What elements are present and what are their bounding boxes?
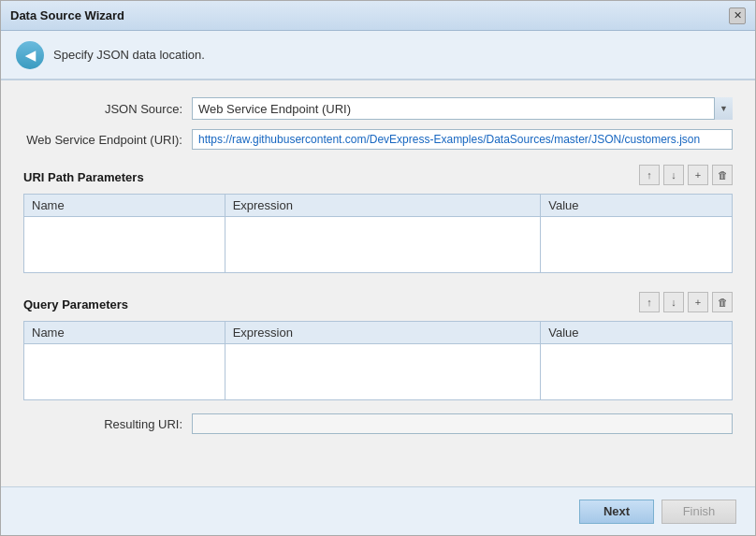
query-params-table: Name Expression Value — [23, 321, 733, 400]
uri-params-table: Name Expression Value — [23, 194, 733, 273]
json-source-select-wrapper[interactable]: Web Service Endpoint (URI) File Custom ▼ — [192, 97, 733, 120]
back-icon: ◀ — [25, 48, 36, 63]
json-source-select[interactable]: Web Service Endpoint (URI) File Custom — [192, 97, 733, 120]
query-params-up-button[interactable]: ↑ — [639, 292, 660, 312]
uri-params-buttons: ↑ ↓ + 🗑 — [639, 165, 733, 185]
uri-col-expression: Expression — [225, 195, 541, 217]
query-params-toolbar: Query Parameters ↑ ↓ + 🗑 — [23, 286, 733, 317]
close-button[interactable]: ✕ — [729, 7, 746, 24]
query-col-name: Name — [24, 322, 225, 344]
endpoint-row: Web Service Endpoint (URI): — [23, 129, 733, 150]
next-button[interactable]: Next — [579, 500, 654, 524]
resulting-uri-input[interactable] — [192, 413, 733, 434]
header-instruction: Specify JSON data location. — [53, 48, 205, 62]
query-params-down-button[interactable]: ↓ — [663, 292, 684, 312]
uri-params-add-button[interactable]: + — [688, 165, 708, 185]
uri-col-name: Name — [24, 195, 225, 217]
finish-button: Finish — [662, 500, 736, 524]
query-params-delete-button[interactable]: 🗑 — [712, 292, 733, 312]
uri-params-down-button[interactable]: ↓ — [663, 165, 684, 185]
uri-params-title: URI Path Parameters — [23, 170, 144, 184]
json-source-label: JSON Source: — [23, 102, 192, 116]
content-area: JSON Source: Web Service Endpoint (URI) … — [1, 80, 755, 486]
title-bar: Data Source Wizard ✕ — [1, 1, 755, 31]
uri-col-value: Value — [541, 195, 733, 217]
json-source-row: JSON Source: Web Service Endpoint (URI) … — [23, 97, 733, 120]
endpoint-input[interactable] — [192, 129, 733, 150]
uri-params-up-button[interactable]: ↑ — [639, 165, 660, 185]
back-button[interactable]: ◀ — [16, 41, 44, 69]
query-params-add-button[interactable]: + — [688, 292, 708, 312]
query-col-expression: Expression — [225, 322, 541, 344]
resulting-uri-label: Resulting URI: — [23, 417, 192, 431]
header-section: ◀ Specify JSON data location. — [1, 31, 755, 80]
uri-params-delete-button[interactable]: 🗑 — [712, 165, 733, 185]
uri-params-empty-row — [24, 217, 733, 273]
footer: Next Finish — [1, 486, 755, 535]
query-params-title: Query Parameters — [23, 297, 128, 311]
query-params-empty-row — [24, 344, 733, 400]
uri-params-toolbar: URI Path Parameters ↑ ↓ + 🗑 — [23, 159, 733, 190]
dialog: Data Source Wizard ✕ ◀ Specify JSON data… — [0, 0, 756, 536]
dialog-title: Data Source Wizard — [10, 8, 124, 22]
query-params-buttons: ↑ ↓ + 🗑 — [639, 292, 733, 312]
endpoint-label: Web Service Endpoint (URI): — [23, 133, 192, 147]
resulting-uri-row: Resulting URI: — [23, 413, 733, 434]
query-col-value: Value — [541, 322, 733, 344]
